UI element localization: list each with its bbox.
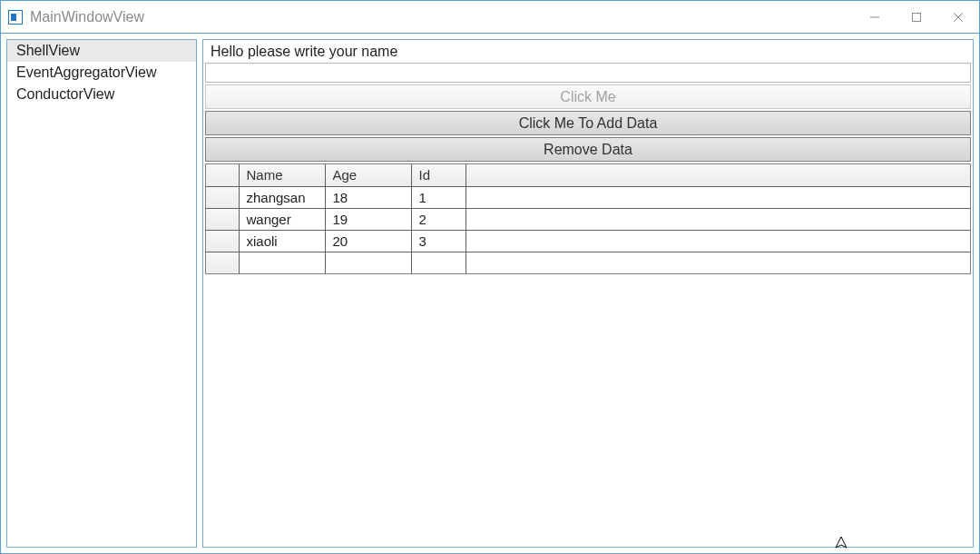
- cell-name[interactable]: zhangsan: [239, 186, 325, 208]
- app-icon: [8, 10, 23, 25]
- cell-blank[interactable]: [466, 230, 970, 252]
- column-header-age[interactable]: Age: [325, 164, 411, 186]
- add-data-button[interactable]: Click Me To Add Data: [205, 111, 971, 135]
- name-input[interactable]: [205, 63, 971, 83]
- sidebar-item-shellview[interactable]: ShellView: [7, 40, 196, 62]
- cell-name[interactable]: xiaoli: [239, 230, 325, 252]
- cell-blank[interactable]: [466, 208, 970, 230]
- main-panel: Hello please write your name Click Me Cl…: [202, 39, 974, 548]
- remove-data-button[interactable]: Remove Data: [205, 137, 971, 162]
- add-data-label: Click Me To Add Data: [519, 115, 658, 132]
- row-header[interactable]: [206, 208, 239, 230]
- table-row[interactable]: wanger192: [206, 208, 970, 230]
- cell-id[interactable]: 1: [411, 186, 466, 208]
- close-icon: [953, 12, 964, 23]
- client-area: ShellViewEventAggregatorViewConductorVie…: [1, 34, 979, 553]
- cell-id[interactable]: 2: [411, 208, 466, 230]
- cell-blank[interactable]: [466, 186, 970, 208]
- click-me-button[interactable]: Click Me: [205, 84, 971, 109]
- cell-id[interactable]: 3: [411, 230, 466, 252]
- minimize-button[interactable]: [854, 1, 896, 33]
- column-header-name[interactable]: Name: [239, 164, 325, 186]
- sidebar-item-eventaggregatorview[interactable]: EventAggregatorView: [7, 62, 196, 84]
- grid-header-row: Name Age Id: [206, 164, 970, 186]
- window-controls: [854, 1, 979, 33]
- table-row[interactable]: xiaoli203: [206, 230, 970, 252]
- click-me-label: Click Me: [560, 89, 615, 105]
- svg-rect-1: [913, 13, 921, 21]
- cell-age[interactable]: 18: [325, 186, 411, 208]
- table-new-row[interactable]: [206, 252, 970, 273]
- sidebar[interactable]: ShellViewEventAggregatorViewConductorVie…: [6, 39, 197, 548]
- grid-corner[interactable]: [206, 164, 239, 186]
- column-header-blank[interactable]: [466, 164, 970, 186]
- maximize-icon: [911, 12, 922, 23]
- maximize-button[interactable]: [896, 1, 937, 33]
- sidebar-item-conductorview[interactable]: ConductorView: [7, 84, 196, 105]
- minimize-icon: [869, 12, 880, 23]
- cell-age[interactable]: 19: [325, 208, 411, 230]
- close-button[interactable]: [937, 1, 979, 33]
- cell-name[interactable]: wanger: [239, 208, 325, 230]
- cell-blank[interactable]: [466, 252, 970, 273]
- data-grid[interactable]: Name Age Id zhangsan181wanger192xiaoli20…: [205, 163, 971, 274]
- cell-age[interactable]: [325, 252, 411, 273]
- row-header[interactable]: [206, 252, 239, 273]
- table-row[interactable]: zhangsan181: [206, 186, 970, 208]
- name-prompt-label: Hello please write your name: [203, 40, 973, 62]
- column-header-id[interactable]: Id: [411, 164, 466, 186]
- window-title: MainWindowView: [30, 9, 144, 25]
- titlebar[interactable]: MainWindowView: [1, 1, 979, 34]
- app-window: MainWindowView ShellViewEventAggregatorV…: [0, 0, 980, 554]
- row-header[interactable]: [206, 230, 239, 252]
- cell-id[interactable]: [411, 252, 466, 273]
- cell-age[interactable]: 20: [325, 230, 411, 252]
- cell-name[interactable]: [239, 252, 325, 273]
- remove-data-label: Remove Data: [544, 142, 632, 158]
- row-header[interactable]: [206, 186, 239, 208]
